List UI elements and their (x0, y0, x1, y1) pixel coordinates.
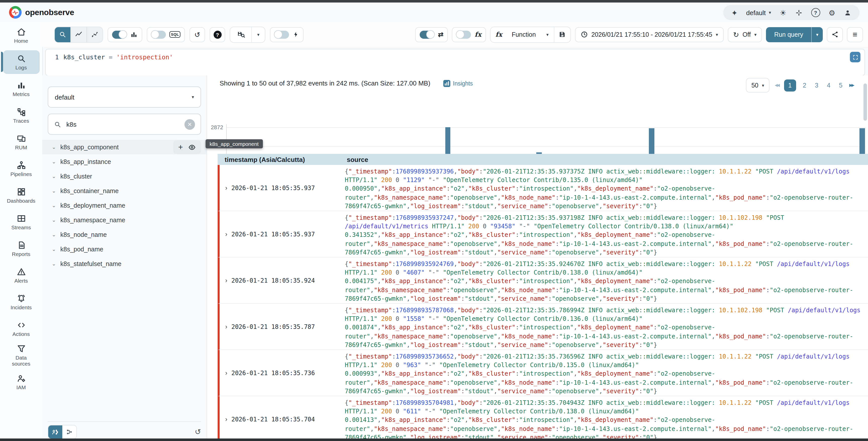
run-query-button[interactable]: Run query (766, 27, 811, 42)
sidebar-item-alerts[interactable]: Alerts (0, 262, 42, 289)
sidebar-item-traces[interactable]: Traces (0, 102, 42, 129)
sidebar-item-iam[interactable]: IAM (0, 369, 42, 395)
saved-search-button[interactable] (230, 27, 251, 42)
field-row-k8s_cluster[interactable]: ⌄k8s_cluster (42, 169, 207, 183)
last-page-icon[interactable]: ▶▶ (849, 83, 854, 88)
theme-toggle-icon[interactable]: ☀ (779, 9, 786, 16)
org-selector[interactable]: default ▾ (746, 9, 771, 16)
first-page-icon[interactable]: ◀◀ (775, 83, 779, 88)
saved-search-icon (236, 30, 246, 39)
expand-row-chevron[interactable]: › (225, 184, 227, 192)
sidebar-item-dashboards[interactable]: Dashboards (0, 182, 42, 209)
quick-mode-toggle[interactable] (420, 30, 434, 38)
editor-expand-button[interactable] (850, 52, 861, 62)
page-2[interactable]: 2 (801, 82, 808, 89)
refresh-fields-icon[interactable]: ↺ (195, 428, 201, 437)
log-row[interactable]: ›2026-01-21 18:05:35.736{"_timestamp":17… (218, 350, 868, 396)
page-3[interactable]: 3 (813, 82, 820, 89)
field-row-k8s_app_component[interactable]: ⌄k8s_app_component+ (42, 140, 207, 154)
chevron-down-icon[interactable]: ⌄ (52, 144, 60, 150)
chevron-down-icon[interactable]: ⌄ (52, 203, 60, 208)
expand-row-chevron[interactable]: › (225, 323, 227, 330)
log-row[interactable]: ›2026-01-21 18:05:35.924{"_timestamp":17… (218, 258, 868, 304)
field-row-k8s_container_name[interactable]: ⌄k8s_container_name (42, 183, 207, 198)
stream-selector[interactable]: default ▾ (48, 87, 201, 108)
insights-link[interactable]: Insights (443, 80, 473, 87)
sidebar-item-incidents[interactable]: Incidents (0, 289, 42, 315)
vrl-toggle[interactable] (457, 30, 471, 38)
sidebar-item-home[interactable]: Home (0, 22, 42, 49)
log-row[interactable]: ›2026-01-21 18:05:35.937{"_timestamp":17… (218, 211, 868, 258)
expand-row-chevron[interactable]: › (225, 230, 227, 238)
reset-query-button[interactable]: ↺ (189, 27, 205, 42)
settings-gear-icon[interactable]: ⚙ (829, 9, 835, 16)
view-field-icon[interactable] (188, 143, 196, 151)
sidebar-item-reports[interactable]: Reports (0, 235, 42, 262)
field-row-k8s_statefulset_name[interactable]: ⌄k8s_statefulset_name (42, 257, 207, 271)
sql-toggle[interactable] (151, 30, 166, 38)
field-row-k8s_app_instance[interactable]: ⌄k8s_app_instance (42, 154, 207, 169)
log-row[interactable]: ›2026-01-21 18:05:35.704{"_timestamp":17… (218, 396, 868, 439)
query-editor[interactable]: 1 k8s_cluster = 'introspection' (45, 49, 865, 76)
query-help-button[interactable]: ? (210, 27, 225, 42)
save-function-button[interactable] (554, 27, 570, 42)
scatter-mode-button[interactable] (87, 27, 102, 42)
field-row-k8s_node_name[interactable]: ⌄k8s_node_name (42, 227, 207, 242)
sidebar-item-data-sources[interactable]: Datasources (0, 342, 42, 369)
page-4[interactable]: 4 (825, 82, 832, 89)
sidebar-item-logs[interactable]: Logs (0, 49, 42, 76)
chevron-down-icon[interactable]: ⌄ (52, 246, 60, 252)
sidebar-item-actions[interactable]: Actions (0, 315, 42, 342)
histogram-toggle-button[interactable] (107, 27, 142, 42)
date-range-picker[interactable]: 2026/01/21 17:55:10 - 2026/01/21 17:55:4… (575, 27, 723, 42)
chevron-down-icon[interactable]: ⌄ (52, 217, 60, 223)
search-mode-button[interactable] (55, 27, 71, 42)
clear-search-icon[interactable]: × (184, 119, 195, 129)
streaming-toggle[interactable] (274, 30, 289, 38)
page-5[interactable]: 5 (837, 82, 844, 89)
slack-icon[interactable] (795, 9, 802, 16)
per-page-dropdown[interactable]: 50 ▾ (746, 78, 770, 92)
all-fields-schema-button[interactable] (62, 425, 76, 439)
trend-mode-button[interactable] (71, 27, 87, 42)
run-query-split-button: Run query ▾ (766, 27, 823, 42)
share-button[interactable] (827, 27, 843, 42)
quick-mode-toggle-button[interactable]: ⇄ (415, 27, 448, 42)
chevron-down-icon[interactable]: ⌄ (52, 261, 60, 266)
sidebar-item-streams[interactable]: Streams (0, 209, 42, 235)
user-avatar-icon[interactable] (844, 9, 851, 16)
chevron-down-icon[interactable]: ⌄ (52, 188, 60, 194)
expand-row-chevron[interactable]: › (225, 415, 227, 423)
user-defined-schema-button[interactable] (48, 425, 62, 439)
histogram-toggle[interactable] (112, 30, 127, 38)
help-icon[interactable]: ? (811, 8, 820, 17)
field-row-k8s_namespace_name[interactable]: ⌄k8s_namespace_name (42, 213, 207, 227)
field-row-k8s_pod_name[interactable]: ⌄k8s_pod_name (42, 242, 207, 257)
chevron-down-icon[interactable]: ⌄ (52, 159, 60, 165)
view-mode-group (54, 26, 103, 42)
sidebar-item-metrics[interactable]: Metrics (0, 76, 42, 102)
function-dropdown[interactable]: fx Function ▾ (490, 27, 554, 42)
run-query-dropdown[interactable]: ▾ (811, 27, 823, 42)
streaming-toggle-button[interactable] (270, 27, 304, 42)
sidebar-item-rum[interactable]: RUM (0, 129, 42, 155)
saved-search-dropdown[interactable]: ▾ (251, 27, 265, 42)
log-row[interactable]: ›2026-01-21 18:05:35.787{"_timestamp":17… (218, 304, 868, 350)
chevron-down-icon[interactable]: ⌄ (52, 232, 60, 237)
expand-row-chevron[interactable]: › (225, 276, 227, 284)
log-row[interactable]: ›2026-01-21 18:05:35.937{"_timestamp":17… (218, 165, 868, 211)
incidents-icon (16, 293, 26, 303)
page-1[interactable]: 1 (784, 79, 796, 91)
field-search-input[interactable] (65, 120, 168, 128)
expand-row-chevron[interactable]: › (225, 369, 227, 377)
sql-mode-toggle-button[interactable]: SQL (147, 27, 185, 42)
vrl-toggle-button[interactable]: fx (452, 27, 486, 42)
sidebar-item-pipelines[interactable]: Pipelines (0, 155, 42, 182)
chevron-down-icon[interactable]: ⌄ (52, 174, 60, 179)
field-row-k8s_deployment_name[interactable]: ⌄k8s_deployment_name (42, 198, 207, 213)
auto-refresh-dropdown[interactable]: ↻ Off ▾ (727, 27, 762, 42)
ai-sparkle-icon[interactable]: ✦ (731, 9, 738, 16)
query-operator: = (109, 53, 113, 61)
more-menu-button[interactable]: ≡ (847, 27, 863, 42)
add-field-icon[interactable]: + (178, 143, 183, 151)
